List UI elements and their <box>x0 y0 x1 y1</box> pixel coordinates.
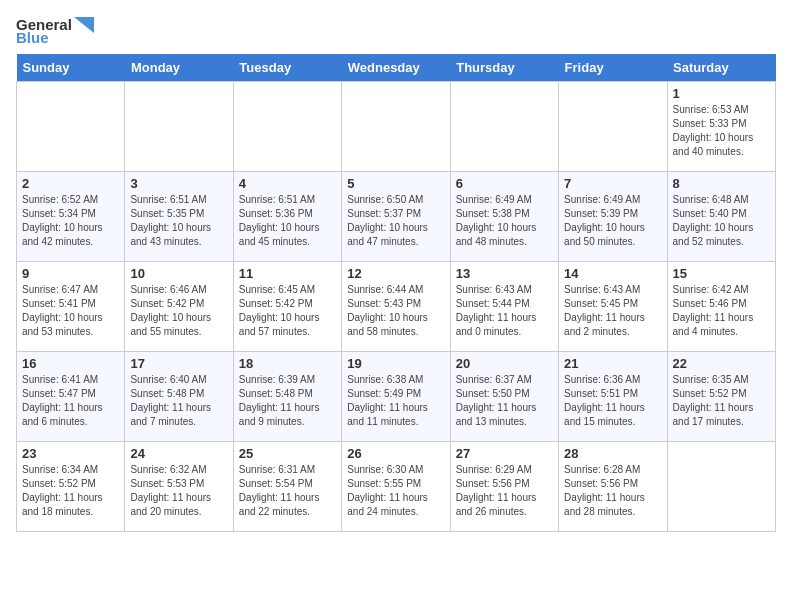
calendar-cell <box>342 82 450 172</box>
day-number: 27 <box>456 446 553 461</box>
day-number: 22 <box>673 356 770 371</box>
calendar-cell: 6Sunrise: 6:49 AM Sunset: 5:38 PM Daylig… <box>450 172 558 262</box>
calendar-cell: 25Sunrise: 6:31 AM Sunset: 5:54 PM Dayli… <box>233 442 341 532</box>
day-number: 4 <box>239 176 336 191</box>
calendar-cell: 8Sunrise: 6:48 AM Sunset: 5:40 PM Daylig… <box>667 172 775 262</box>
cell-info: Sunrise: 6:50 AM Sunset: 5:37 PM Dayligh… <box>347 193 444 249</box>
calendar-cell: 20Sunrise: 6:37 AM Sunset: 5:50 PM Dayli… <box>450 352 558 442</box>
col-header-friday: Friday <box>559 54 667 82</box>
day-number: 9 <box>22 266 119 281</box>
calendar-cell: 9Sunrise: 6:47 AM Sunset: 5:41 PM Daylig… <box>17 262 125 352</box>
cell-info: Sunrise: 6:43 AM Sunset: 5:44 PM Dayligh… <box>456 283 553 339</box>
calendar-cell: 14Sunrise: 6:43 AM Sunset: 5:45 PM Dayli… <box>559 262 667 352</box>
week-row-5: 23Sunrise: 6:34 AM Sunset: 5:52 PM Dayli… <box>17 442 776 532</box>
logo-container: General Blue <box>16 16 94 46</box>
day-number: 26 <box>347 446 444 461</box>
day-number: 28 <box>564 446 661 461</box>
calendar-cell: 15Sunrise: 6:42 AM Sunset: 5:46 PM Dayli… <box>667 262 775 352</box>
calendar-cell: 26Sunrise: 6:30 AM Sunset: 5:55 PM Dayli… <box>342 442 450 532</box>
calendar-cell: 19Sunrise: 6:38 AM Sunset: 5:49 PM Dayli… <box>342 352 450 442</box>
cell-info: Sunrise: 6:45 AM Sunset: 5:42 PM Dayligh… <box>239 283 336 339</box>
logo: General Blue <box>16 16 94 46</box>
calendar-cell: 5Sunrise: 6:50 AM Sunset: 5:37 PM Daylig… <box>342 172 450 262</box>
day-number: 8 <box>673 176 770 191</box>
cell-info: Sunrise: 6:34 AM Sunset: 5:52 PM Dayligh… <box>22 463 119 519</box>
col-header-sunday: Sunday <box>17 54 125 82</box>
calendar-cell <box>233 82 341 172</box>
day-number: 15 <box>673 266 770 281</box>
day-number: 11 <box>239 266 336 281</box>
calendar-cell: 13Sunrise: 6:43 AM Sunset: 5:44 PM Dayli… <box>450 262 558 352</box>
week-row-4: 16Sunrise: 6:41 AM Sunset: 5:47 PM Dayli… <box>17 352 776 442</box>
calendar-cell: 28Sunrise: 6:28 AM Sunset: 5:56 PM Dayli… <box>559 442 667 532</box>
cell-info: Sunrise: 6:49 AM Sunset: 5:38 PM Dayligh… <box>456 193 553 249</box>
calendar-cell: 24Sunrise: 6:32 AM Sunset: 5:53 PM Dayli… <box>125 442 233 532</box>
cell-info: Sunrise: 6:29 AM Sunset: 5:56 PM Dayligh… <box>456 463 553 519</box>
day-number: 1 <box>673 86 770 101</box>
day-number: 17 <box>130 356 227 371</box>
calendar-cell: 23Sunrise: 6:34 AM Sunset: 5:52 PM Dayli… <box>17 442 125 532</box>
day-number: 25 <box>239 446 336 461</box>
day-number: 18 <box>239 356 336 371</box>
calendar-table: SundayMondayTuesdayWednesdayThursdayFrid… <box>16 54 776 532</box>
col-header-monday: Monday <box>125 54 233 82</box>
cell-info: Sunrise: 6:48 AM Sunset: 5:40 PM Dayligh… <box>673 193 770 249</box>
calendar-cell: 18Sunrise: 6:39 AM Sunset: 5:48 PM Dayli… <box>233 352 341 442</box>
calendar-cell: 16Sunrise: 6:41 AM Sunset: 5:47 PM Dayli… <box>17 352 125 442</box>
calendar-cell: 12Sunrise: 6:44 AM Sunset: 5:43 PM Dayli… <box>342 262 450 352</box>
calendar-cell: 4Sunrise: 6:51 AM Sunset: 5:36 PM Daylig… <box>233 172 341 262</box>
cell-info: Sunrise: 6:41 AM Sunset: 5:47 PM Dayligh… <box>22 373 119 429</box>
cell-info: Sunrise: 6:40 AM Sunset: 5:48 PM Dayligh… <box>130 373 227 429</box>
calendar-cell <box>559 82 667 172</box>
cell-info: Sunrise: 6:49 AM Sunset: 5:39 PM Dayligh… <box>564 193 661 249</box>
cell-info: Sunrise: 6:43 AM Sunset: 5:45 PM Dayligh… <box>564 283 661 339</box>
svg-marker-0 <box>74 17 94 33</box>
day-number: 10 <box>130 266 227 281</box>
cell-info: Sunrise: 6:30 AM Sunset: 5:55 PM Dayligh… <box>347 463 444 519</box>
cell-info: Sunrise: 6:52 AM Sunset: 5:34 PM Dayligh… <box>22 193 119 249</box>
col-header-saturday: Saturday <box>667 54 775 82</box>
header-row: SundayMondayTuesdayWednesdayThursdayFrid… <box>17 54 776 82</box>
cell-info: Sunrise: 6:38 AM Sunset: 5:49 PM Dayligh… <box>347 373 444 429</box>
cell-info: Sunrise: 6:47 AM Sunset: 5:41 PM Dayligh… <box>22 283 119 339</box>
cell-info: Sunrise: 6:51 AM Sunset: 5:35 PM Dayligh… <box>130 193 227 249</box>
cell-info: Sunrise: 6:28 AM Sunset: 5:56 PM Dayligh… <box>564 463 661 519</box>
day-number: 12 <box>347 266 444 281</box>
calendar-cell <box>450 82 558 172</box>
cell-info: Sunrise: 6:53 AM Sunset: 5:33 PM Dayligh… <box>673 103 770 159</box>
day-number: 23 <box>22 446 119 461</box>
calendar-cell: 10Sunrise: 6:46 AM Sunset: 5:42 PM Dayli… <box>125 262 233 352</box>
calendar-cell: 21Sunrise: 6:36 AM Sunset: 5:51 PM Dayli… <box>559 352 667 442</box>
week-row-1: 1Sunrise: 6:53 AM Sunset: 5:33 PM Daylig… <box>17 82 776 172</box>
cell-info: Sunrise: 6:35 AM Sunset: 5:52 PM Dayligh… <box>673 373 770 429</box>
cell-info: Sunrise: 6:44 AM Sunset: 5:43 PM Dayligh… <box>347 283 444 339</box>
cell-info: Sunrise: 6:37 AM Sunset: 5:50 PM Dayligh… <box>456 373 553 429</box>
col-header-thursday: Thursday <box>450 54 558 82</box>
day-number: 2 <box>22 176 119 191</box>
col-header-tuesday: Tuesday <box>233 54 341 82</box>
day-number: 5 <box>347 176 444 191</box>
calendar-cell: 27Sunrise: 6:29 AM Sunset: 5:56 PM Dayli… <box>450 442 558 532</box>
day-number: 13 <box>456 266 553 281</box>
page-header: General Blue <box>16 16 776 46</box>
cell-info: Sunrise: 6:51 AM Sunset: 5:36 PM Dayligh… <box>239 193 336 249</box>
calendar-cell: 17Sunrise: 6:40 AM Sunset: 5:48 PM Dayli… <box>125 352 233 442</box>
cell-info: Sunrise: 6:46 AM Sunset: 5:42 PM Dayligh… <box>130 283 227 339</box>
calendar-cell <box>125 82 233 172</box>
day-number: 21 <box>564 356 661 371</box>
cell-info: Sunrise: 6:42 AM Sunset: 5:46 PM Dayligh… <box>673 283 770 339</box>
calendar-cell: 2Sunrise: 6:52 AM Sunset: 5:34 PM Daylig… <box>17 172 125 262</box>
day-number: 7 <box>564 176 661 191</box>
logo-arrow-icon <box>74 17 94 33</box>
calendar-cell: 11Sunrise: 6:45 AM Sunset: 5:42 PM Dayli… <box>233 262 341 352</box>
calendar-cell: 3Sunrise: 6:51 AM Sunset: 5:35 PM Daylig… <box>125 172 233 262</box>
logo-blue: Blue <box>16 29 49 46</box>
week-row-3: 9Sunrise: 6:47 AM Sunset: 5:41 PM Daylig… <box>17 262 776 352</box>
calendar-cell: 22Sunrise: 6:35 AM Sunset: 5:52 PM Dayli… <box>667 352 775 442</box>
day-number: 3 <box>130 176 227 191</box>
cell-info: Sunrise: 6:36 AM Sunset: 5:51 PM Dayligh… <box>564 373 661 429</box>
cell-info: Sunrise: 6:32 AM Sunset: 5:53 PM Dayligh… <box>130 463 227 519</box>
day-number: 24 <box>130 446 227 461</box>
cell-info: Sunrise: 6:31 AM Sunset: 5:54 PM Dayligh… <box>239 463 336 519</box>
calendar-cell <box>17 82 125 172</box>
